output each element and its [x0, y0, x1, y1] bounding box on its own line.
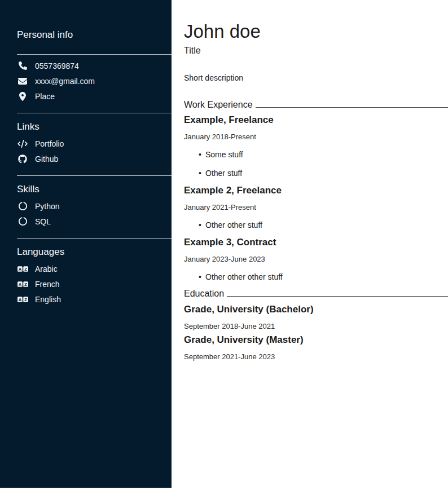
personal-info-list: 0557369874 xxxx@gmail.com Place	[17, 58, 172, 104]
resume-main: John doe Title Short description Work Ex…	[172, 0, 448, 361]
section-heading-label: Education	[184, 288, 224, 299]
section-heading-education: Education	[184, 288, 448, 299]
language-icon: AZ	[17, 280, 28, 288]
language-label: English	[35, 295, 61, 304]
sidebar-section-title-languages: Languages	[17, 246, 172, 258]
divider	[17, 113, 172, 113]
contact-email-row: xxxx@gmail.com	[17, 73, 172, 89]
entry-bullets: Other other stuff	[184, 220, 448, 230]
skill-label: SQL	[35, 217, 51, 226]
divider	[17, 175, 172, 176]
education-entry: Grade, University (Bachelor) September 2…	[184, 303, 448, 331]
entry-title: Example 3, Contract	[184, 236, 448, 249]
entry-title: Grade, University (Bachelor)	[184, 303, 448, 316]
entry-date: January 2018-Present	[184, 132, 448, 142]
envelope-icon	[17, 77, 28, 86]
section-heading-rule	[227, 296, 448, 297]
work-entry: Example 2, Freelance January 2021-Presen…	[184, 184, 448, 230]
language-label: French	[35, 280, 60, 289]
entry-title: Grade, University (Master)	[184, 334, 448, 346]
svg-text:Z: Z	[24, 281, 27, 286]
languages-list: AZ Arabic AZ French AZ English	[17, 261, 172, 307]
circle-notch-icon	[17, 217, 28, 226]
bullet-item: Other other stuff	[199, 220, 448, 230]
link-portfolio[interactable]: Portfolio	[17, 136, 172, 151]
entry-date: September 2018-June 2021	[184, 321, 448, 331]
sidebar-section-title-links: Links	[17, 121, 172, 133]
links-list: Portfolio Github	[17, 136, 172, 166]
education-entry: Grade, University (Master) September 202…	[184, 334, 448, 361]
skill-sql-row: SQL	[17, 214, 172, 229]
svg-text:Z: Z	[24, 297, 27, 302]
language-french-row: AZ French	[17, 276, 172, 292]
place-label: Place	[35, 92, 55, 101]
email-address: xxxx@gmail.com	[35, 77, 95, 86]
portfolio-link-label: Portfolio	[35, 139, 64, 148]
svg-text:A: A	[18, 297, 21, 302]
entry-date: January 2021-Present	[184, 202, 448, 212]
circle-notch-icon	[17, 202, 28, 210]
candidate-title: Title	[184, 45, 448, 56]
skill-python-row: Python	[17, 198, 172, 214]
location-pin-icon	[17, 92, 28, 101]
skill-label: Python	[35, 202, 60, 211]
sidebar-section-title-personal-info: Personal info	[17, 29, 172, 41]
entry-bullets: Some stuff Other stuff	[184, 149, 448, 178]
entry-title: Example, Freelance	[184, 114, 448, 126]
entry-bullets: Other other other stuff	[184, 272, 448, 282]
github-link-label: Github	[35, 154, 58, 164]
sidebar: Personal info 0557369874 xxxx@gmail.com …	[0, 0, 172, 488]
svg-text:A: A	[18, 266, 21, 271]
language-arabic-row: AZ Arabic	[17, 261, 172, 276]
github-icon	[17, 154, 28, 164]
work-entry: Example, Freelance January 2018-Present …	[184, 114, 448, 178]
svg-text:Z: Z	[24, 266, 27, 271]
language-icon: AZ	[17, 265, 28, 273]
sidebar-section-title-skills: Skills	[17, 184, 172, 195]
language-label: Arabic	[35, 264, 58, 273]
bullet-item: Other other other stuff	[199, 272, 448, 282]
link-github[interactable]: Github	[17, 151, 172, 166]
bullet-item: Other stuff	[199, 168, 448, 178]
contact-phone-row: 0557369874	[17, 58, 172, 73]
entry-date: September 2021-June 2023	[184, 352, 448, 361]
language-icon: AZ	[17, 295, 28, 303]
language-english-row: AZ English	[17, 292, 172, 307]
divider	[17, 54, 172, 55]
entry-date: January 2023-June 2023	[184, 254, 448, 264]
section-heading-label: Work Experience	[184, 99, 253, 111]
section-heading-rule	[256, 107, 448, 108]
bullet-item: Some stuff	[199, 149, 448, 160]
skills-list: Python SQL	[17, 198, 172, 229]
contact-place-row: Place	[17, 89, 172, 104]
phone-icon	[17, 61, 28, 70]
code-icon	[17, 140, 28, 148]
work-entry: Example 3, Contract January 2023-June 20…	[184, 236, 448, 282]
short-description: Short description	[184, 73, 448, 83]
entry-title: Example 2, Freelance	[184, 184, 448, 197]
phone-number: 0557369874	[35, 61, 79, 70]
svg-text:A: A	[18, 281, 21, 286]
section-heading-work-experience: Work Experience	[184, 99, 448, 111]
divider	[17, 238, 172, 239]
candidate-name: John doe	[184, 20, 448, 43]
